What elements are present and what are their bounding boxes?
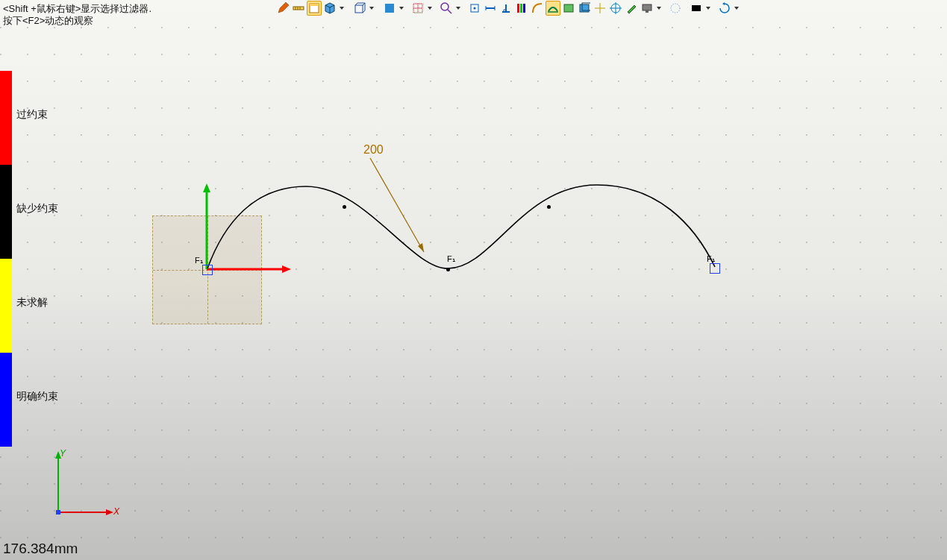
- legend-bar-under: [0, 165, 12, 259]
- layer-1-icon[interactable]: [562, 1, 575, 15]
- top-toolbar: [276, 1, 739, 15]
- svg-rect-7: [385, 4, 394, 13]
- sheet-view-button[interactable]: [307, 1, 321, 15]
- point-constraint-icon[interactable]: [468, 1, 481, 15]
- svg-rect-48: [56, 510, 60, 515]
- svg-rect-6: [355, 5, 363, 13]
- spline-start-label: F₁: [195, 256, 203, 265]
- zoom-dropdown-icon[interactable]: [456, 7, 460, 10]
- legend-bar-well: [0, 353, 12, 447]
- box-wire-dropdown-icon[interactable]: [369, 7, 374, 10]
- pencil-icon[interactable]: [276, 1, 290, 15]
- svg-point-34: [671, 4, 680, 13]
- target-icon[interactable]: [609, 1, 622, 15]
- triad-y-label: Y: [60, 448, 66, 459]
- cube-view-button[interactable]: [323, 1, 337, 15]
- spline-end-handle[interactable]: [710, 263, 720, 274]
- crosshair-icon[interactable]: [593, 1, 607, 15]
- svg-point-11: [441, 3, 449, 10]
- svg-rect-20: [517, 4, 519, 13]
- viewport-hints: <Shift +鼠标右键>显示选择过滤器. 按下<F2>动态的观察: [3, 3, 151, 27]
- spline-knot-1[interactable]: [343, 205, 346, 209]
- legend-label-over: 过约束: [16, 108, 48, 122]
- zoom-icon[interactable]: [440, 1, 453, 15]
- triad-x-label: X: [113, 506, 119, 517]
- legend-label-unsolved: 未求解: [16, 296, 48, 309]
- grid-toggle-icon[interactable]: [411, 1, 425, 15]
- arc-constraint-icon[interactable]: [531, 1, 544, 15]
- box-wire-icon[interactable]: [353, 1, 366, 15]
- svg-rect-35: [692, 5, 701, 11]
- svg-rect-37: [0, 22, 947, 560]
- grid-dropdown-icon[interactable]: [428, 7, 432, 10]
- legend-label-under: 缺少约束: [16, 202, 58, 215]
- svg-line-12: [448, 10, 451, 13]
- hint-line-1: <Shift +鼠标右键>显示选择过滤器.: [3, 3, 151, 15]
- ruler-icon[interactable]: [292, 1, 305, 15]
- svg-rect-5: [310, 4, 319, 6]
- brush-icon[interactable]: [625, 1, 638, 15]
- color-bar-icon[interactable]: [515, 1, 528, 15]
- layer-2-icon[interactable]: [578, 1, 591, 15]
- svg-rect-32: [643, 4, 651, 10]
- shade-mode-icon[interactable]: [383, 1, 396, 15]
- svg-marker-47: [106, 509, 113, 515]
- spline-knot-2[interactable]: [446, 268, 450, 271]
- tangent-constraint-icon[interactable]: [546, 1, 560, 15]
- legend-label-well: 明确约束: [16, 390, 58, 403]
- svg-rect-22: [523, 4, 525, 13]
- status-measurement: 176.384mm: [3, 541, 78, 557]
- cube-view-dropdown-icon[interactable]: [340, 7, 344, 10]
- monitor-icon[interactable]: [640, 1, 654, 15]
- rotate-dropdown-icon[interactable]: [734, 7, 739, 10]
- rotate-icon[interactable]: [718, 1, 731, 15]
- grid-dots: [0, 22, 947, 560]
- svg-rect-24: [564, 4, 573, 12]
- spline-end-label: F₁: [707, 254, 715, 264]
- spline-start-handle[interactable]: [202, 265, 213, 275]
- spline-mid-label: F₁: [447, 254, 455, 264]
- spline-knot-3[interactable]: [547, 205, 551, 209]
- sketch-viewport[interactable]: [0, 0, 947, 560]
- svg-rect-33: [646, 10, 648, 13]
- shade-mode-dropdown-icon[interactable]: [399, 7, 404, 10]
- svg-point-14: [474, 7, 476, 10]
- perpendicular-constraint-icon[interactable]: [499, 1, 513, 15]
- radius-dimension-value[interactable]: 200: [363, 143, 384, 157]
- constraint-legend: 过约束 缺少约束 未求解 明确约束: [0, 71, 12, 447]
- legend-bar-unsolved: [0, 259, 12, 353]
- swatch-dropdown-icon[interactable]: [706, 7, 710, 10]
- dotted-circle-icon[interactable]: [669, 1, 682, 15]
- black-swatch-icon[interactable]: [690, 1, 703, 15]
- svg-rect-0: [293, 7, 304, 10]
- legend-bar-over: [0, 71, 12, 165]
- svg-rect-21: [520, 4, 522, 13]
- monitor-dropdown-icon[interactable]: [657, 7, 661, 10]
- horizontal-constraint-icon[interactable]: [484, 1, 497, 15]
- hint-line-2: 按下<F2>动态的观察: [3, 15, 151, 27]
